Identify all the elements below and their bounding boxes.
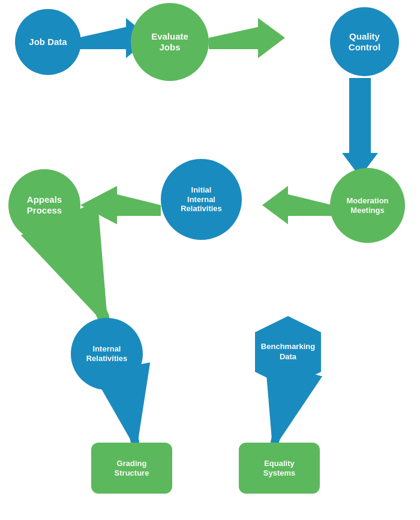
grading-structure-label: GradingStructure	[115, 459, 149, 477]
internal-relativities-label: InternalRelativities	[86, 344, 128, 363]
benchmarking-data-node: BenchmarkingData	[249, 313, 327, 391]
evaluate-jobs-node: EvaluateJobs	[131, 3, 209, 81]
arrow-internalrel-to-grading	[117, 390, 135, 442]
arrow-mod-to-init	[262, 186, 332, 224]
moderation-meetings-node: ModerationMeetings	[330, 168, 405, 243]
moderation-meetings-label: ModerationMeetings	[346, 196, 388, 215]
internal-relativities-node: InternalRelativities	[71, 318, 143, 390]
initial-internal-node: InitialInternalRelativities	[161, 159, 242, 240]
arrow-init-to-appeals	[80, 186, 161, 224]
benchmarking-label: BenchmarkingData	[261, 342, 315, 362]
arrow-bench-to-equality	[275, 390, 290, 442]
job-data-label: Job Data	[29, 37, 67, 47]
initial-internal-label: InitialInternalRelativities	[181, 185, 222, 214]
appeals-process-node: AppealsProcess	[8, 169, 80, 241]
arrow-appeals-down	[69, 240, 103, 317]
appeals-process-label: AppealsProcess	[27, 194, 62, 216]
job-data-node: Job Data	[15, 9, 81, 75]
quality-control-label: QualityControl	[349, 31, 380, 53]
arrow-eval-to-qc	[209, 18, 285, 58]
grading-structure-node: GradingStructure	[91, 443, 172, 494]
arrow-qc-down-shaft	[349, 78, 371, 153]
equality-systems-node: EqualitySystems	[239, 443, 320, 494]
quality-control-node: QualityControl	[330, 7, 399, 76]
evaluate-jobs-label: EvaluateJobs	[151, 31, 188, 53]
diagram: Job Data EvaluateJobs QualityControl App…	[0, 0, 420, 520]
equality-systems-label: EqualitySystems	[263, 459, 295, 477]
arrows-svg	[0, 0, 420, 520]
